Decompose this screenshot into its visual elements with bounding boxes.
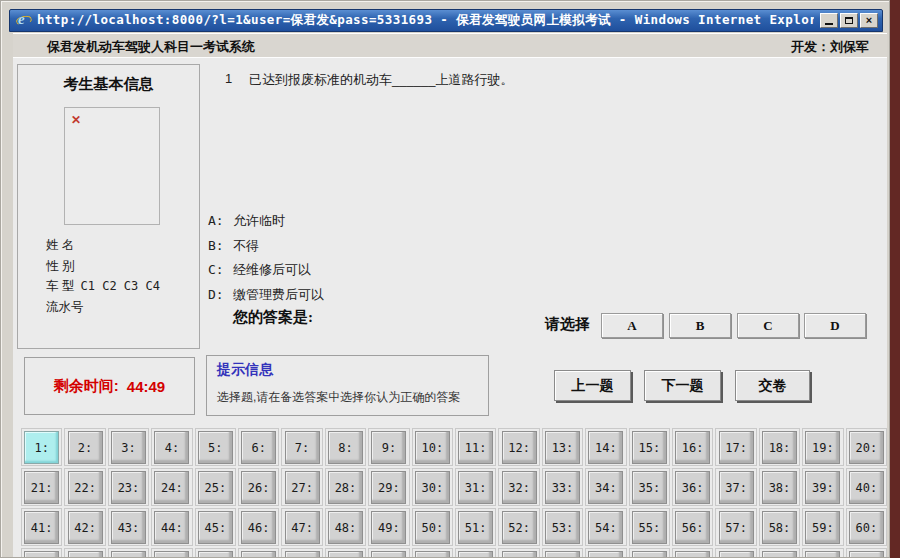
question-grid-button-79[interactable]: 79: [805,551,840,557]
question-grid-button-37[interactable]: 37: [719,471,754,504]
question-grid-button-24[interactable]: 24: [154,471,189,504]
question-grid-button-28[interactable]: 28: [328,471,363,504]
question-grid-cell: 77: [715,548,756,557]
question-grid-button-75[interactable]: 75: [632,551,667,557]
question-grid-button-56[interactable]: 56: [675,511,710,544]
timer-label: 剩余时间: [54,377,119,396]
question-grid-button-38[interactable]: 38: [762,471,797,504]
next-question-button[interactable]: 下一题 [644,370,721,401]
question-grid-button-40[interactable]: 40: [849,471,884,504]
question-grid-button-80[interactable]: 80: [849,551,884,557]
question-grid-cell: 44: [151,508,192,546]
question-grid-button-52[interactable]: 52: [502,511,537,544]
question-grid-button-69[interactable]: 69: [371,551,406,557]
question-grid-button-43[interactable]: 43: [111,511,146,544]
question-grid-button-47[interactable]: 47: [285,511,320,544]
hint-text: 选择题,请在备选答案中选择你认为正确的答案 [217,389,460,406]
maximize-icon [845,17,853,24]
question-grid-button-60[interactable]: 60: [849,511,884,544]
choice-button-b[interactable]: B [669,313,731,338]
question-grid-button-25[interactable]: 25: [198,471,233,504]
choice-button-d[interactable]: D [804,313,866,338]
question-grid-button-9[interactable]: 9: [371,431,406,464]
question-grid-button-1[interactable]: 1: [24,431,59,464]
question-grid-button-73[interactable]: 73: [545,551,580,557]
question-grid-button-33[interactable]: 33: [545,471,580,504]
question-grid-button-36[interactable]: 36: [675,471,710,504]
question-grid-button-55[interactable]: 55: [632,511,667,544]
question-grid-button-27[interactable]: 27: [285,471,320,504]
prev-question-button[interactable]: 上一题 [554,370,631,401]
question-grid-button-7[interactable]: 7: [285,431,320,464]
question-grid-button-6[interactable]: 6: [241,431,276,464]
question-grid-button-26[interactable]: 26: [241,471,276,504]
choice-button-a[interactable]: A [601,313,663,338]
question-grid-button-74[interactable]: 74: [588,551,623,557]
question-grid-button-67[interactable]: 67: [285,551,320,557]
question-grid: 1:2:3:4:5:6:7:8:9:10:11:12:13:14:15:16:1… [21,428,887,557]
question-grid-button-58[interactable]: 58: [762,511,797,544]
question-grid-button-65[interactable]: 65: [198,551,233,557]
question-grid-button-44[interactable]: 44: [154,511,189,544]
question-grid-button-14[interactable]: 14: [588,431,623,464]
question-grid-button-18[interactable]: 18: [762,431,797,464]
question-grid-button-66[interactable]: 66: [241,551,276,557]
question-grid-button-50[interactable]: 50: [415,511,450,544]
question-grid-button-45[interactable]: 45: [198,511,233,544]
question-grid-button-2[interactable]: 2: [68,431,103,464]
question-grid-button-42[interactable]: 42: [68,511,103,544]
question-grid-button-71[interactable]: 71: [458,551,493,557]
question-grid-button-16[interactable]: 16: [675,431,710,464]
question-grid-button-15[interactable]: 15: [632,431,667,464]
question-grid-button-77[interactable]: 77: [719,551,754,557]
question-grid-button-48[interactable]: 48: [328,511,363,544]
choice-button-c[interactable]: C [737,313,799,338]
question-grid-button-54[interactable]: 54: [588,511,623,544]
question-grid-button-22[interactable]: 22: [68,471,103,504]
question-grid-button-72[interactable]: 72: [502,551,537,557]
question-grid-button-5[interactable]: 5: [198,431,233,464]
question-grid-cell: 36: [672,468,713,506]
question-grid-button-34[interactable]: 34: [588,471,623,504]
question-grid-button-78[interactable]: 78: [762,551,797,557]
question-grid-button-63[interactable]: 63: [111,551,146,557]
question-grid-button-8[interactable]: 8: [328,431,363,464]
question-grid-button-62[interactable]: 62: [68,551,103,557]
close-button[interactable]: × [860,13,878,28]
system-title: 保君发机动车驾驶人科目一考试系统 [47,38,255,56]
question-grid-button-46[interactable]: 46: [241,511,276,544]
question-grid-button-53[interactable]: 53: [545,511,580,544]
question-grid-button-11[interactable]: 11: [458,431,493,464]
question-grid-button-12[interactable]: 12: [502,431,537,464]
question-grid-button-21[interactable]: 21: [24,471,59,504]
question-grid-button-10[interactable]: 10: [415,431,450,464]
question-grid-button-31[interactable]: 31: [458,471,493,504]
question-grid-button-51[interactable]: 51: [458,511,493,544]
question-grid-button-20[interactable]: 20: [849,431,884,464]
minimize-button[interactable] [820,13,838,28]
submit-paper-button[interactable]: 交卷 [735,370,810,401]
question-grid-button-4[interactable]: 4: [154,431,189,464]
question-grid-button-39[interactable]: 39: [805,471,840,504]
question-grid-button-57[interactable]: 57: [719,511,754,544]
question-grid-button-29[interactable]: 29: [371,471,406,504]
question-grid-button-76[interactable]: 76: [675,551,710,557]
question-grid-button-30[interactable]: 30: [415,471,450,504]
question-grid-button-59[interactable]: 59: [805,511,840,544]
question-grid-button-17[interactable]: 17: [719,431,754,464]
question-grid-button-23[interactable]: 23: [111,471,146,504]
titlebar[interactable]: e http://localhost:8000/?l=1&user=保君发&pa… [9,9,883,32]
question-grid-button-3[interactable]: 3: [111,431,146,464]
question-grid-button-70[interactable]: 70: [415,551,450,557]
question-grid-button-64[interactable]: 64: [154,551,189,557]
maximize-button[interactable] [840,13,858,28]
question-grid-button-32[interactable]: 32: [502,471,537,504]
question-grid-button-19[interactable]: 19: [805,431,840,464]
question-grid-button-68[interactable]: 68: [328,551,363,557]
question-grid-button-61[interactable]: 61: [24,551,59,557]
question-grid-button-41[interactable]: 41: [24,511,59,544]
question-grid-button-13[interactable]: 13: [545,431,580,464]
question-grid-button-35[interactable]: 35: [632,471,667,504]
question-grid-cell: 19: [802,428,843,466]
question-grid-button-49[interactable]: 49: [371,511,406,544]
